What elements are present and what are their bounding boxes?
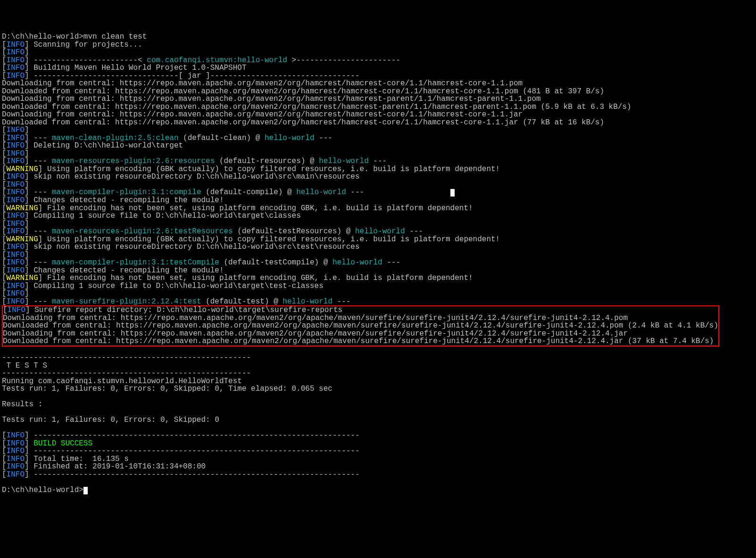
download-line: Downloaded from central: https://repo.ma… — [2, 88, 754, 96]
command: mvn clean test — [83, 33, 147, 41]
info-tag: INFO — [7, 41, 25, 49]
running-test: Running com.caofanqi.stumvn.helloworld.H… — [2, 377, 754, 386]
building-line: Building Maven Hello World Project 1.0-S… — [33, 64, 246, 72]
tests-header: T E S T S — [2, 362, 754, 370]
plugin-name: maven-compiler-plugin:3.1:compile — [52, 188, 201, 197]
finished-at: Finished at: 2019-01-10T16:31:34+08:00 — [33, 462, 206, 471]
prompt: D:\ch\hello-world> — [2, 486, 83, 494]
plugin-name: maven-resources-plugin:2.6:testResources — [52, 227, 233, 236]
plugin-name: maven-clean-plugin:2.5:clean — [52, 134, 179, 142]
warning-tag: WARNING — [7, 165, 38, 173]
plugin-name: maven-surefire-plugin:2.12.4:test — [52, 297, 201, 306]
build-success: BUILD SUCCESS — [33, 439, 92, 448]
warning-text: Using platform encoding (GBK actually) t… — [47, 165, 500, 173]
download-line: Downloaded from central: https://repo.ma… — [3, 337, 718, 345]
download-line: Downloaded from central: https://repo.ma… — [3, 322, 718, 330]
prompt-cursor-icon — [83, 487, 88, 494]
text-cursor-icon — [450, 189, 455, 197]
terminal-output[interactable]: D:\ch\hello-world>mvn clean test[INFO] S… — [2, 33, 754, 494]
total-time: Total time: 16.135 s — [33, 455, 129, 463]
highlighted-region: [INFO] Surefire report directory: D:\ch\… — [2, 305, 719, 346]
download-line: Downloading from central: https://repo.m… — [2, 95, 754, 103]
test-summary: Tests run: 1, Failures: 0, Errors: 0, Sk… — [2, 416, 754, 424]
module-name: hello-world — [265, 134, 315, 142]
download-line: Downloading from central: https://repo.m… — [3, 314, 718, 322]
download-line: Downloading from central: https://repo.m… — [2, 111, 754, 119]
surefire-report-line: Surefire report directory: D:\ch\hello-w… — [34, 306, 342, 314]
download-line: Downloaded from central: https://repo.ma… — [2, 119, 754, 127]
plugin-name: maven-compiler-plugin:3.1:testCompile — [52, 258, 219, 267]
download-line: Downloaded from central: https://repo.ma… — [2, 103, 754, 111]
download-line: Downloading from central: https://repo.m… — [3, 330, 718, 338]
plugin-name: maven-resources-plugin:2.6:resources — [52, 157, 215, 165]
test-result: Tests run: 1, Failures: 0, Errors: 0, Sk… — [2, 385, 754, 393]
deleting-line: Deleting D:\ch\hello-world\target — [33, 141, 183, 150]
log-text: Scanning for projects... — [33, 41, 142, 49]
results-header: Results : — [2, 401, 754, 409]
download-line: Downloading from central: https://repo.m… — [2, 80, 754, 88]
prompt: D:\ch\hello-world> — [2, 33, 83, 41]
project-coord: com.caofanqi.stumvn:hello-world — [147, 56, 287, 65]
